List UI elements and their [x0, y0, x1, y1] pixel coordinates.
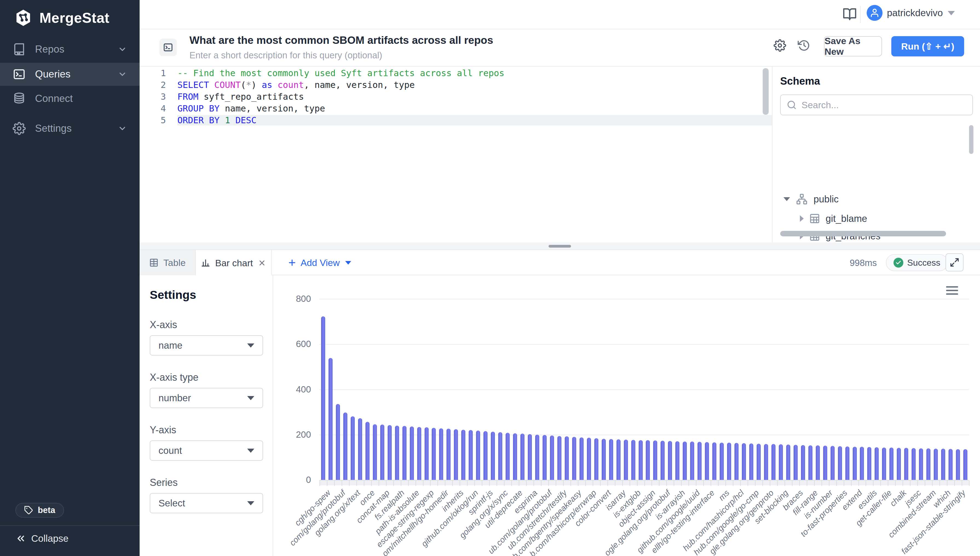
bar[interactable] [941, 449, 945, 480]
schema-search-input[interactable] [801, 100, 955, 110]
collapse-button[interactable]: Collapse [15, 533, 68, 544]
bar[interactable] [543, 435, 546, 480]
series-select[interactable]: Select [150, 493, 263, 513]
bar[interactable] [639, 440, 643, 480]
query-settings-gear-icon[interactable] [774, 39, 786, 52]
bar[interactable] [808, 445, 812, 480]
schema-search-box[interactable] [780, 94, 973, 115]
bar[interactable] [461, 430, 465, 480]
bar[interactable] [380, 425, 384, 480]
avatar[interactable] [867, 5, 883, 21]
bar[interactable] [919, 448, 923, 480]
x-axis-select[interactable]: name [150, 335, 263, 356]
bar[interactable] [853, 447, 857, 480]
bar[interactable] [343, 412, 347, 480]
bar[interactable] [410, 427, 414, 480]
editor-scrollbar-thumb[interactable] [762, 68, 769, 115]
bar[interactable] [646, 440, 650, 480]
bar[interactable] [565, 436, 569, 480]
bar[interactable] [690, 441, 694, 480]
bar[interactable] [897, 448, 901, 480]
bar[interactable] [594, 438, 598, 480]
tab-bar-chart[interactable]: Bar chart [196, 250, 272, 276]
bar[interactable] [816, 445, 820, 480]
sidebar-item-connect[interactable]: Connect [0, 87, 140, 110]
sidebar-item-repos[interactable]: Repos [0, 38, 140, 61]
save-as-new-button[interactable]: Save As New [824, 36, 882, 57]
expand-button[interactable] [946, 253, 964, 272]
bar[interactable] [506, 433, 510, 480]
bar[interactable] [904, 448, 908, 480]
bar[interactable] [388, 425, 392, 480]
y-axis-select[interactable]: count [150, 440, 263, 461]
bar[interactable] [727, 443, 731, 480]
bar[interactable] [771, 444, 775, 480]
bar[interactable] [742, 443, 746, 480]
bar[interactable] [513, 433, 517, 480]
bar[interactable] [845, 446, 849, 480]
bar[interactable] [528, 434, 532, 480]
bar[interactable] [926, 448, 930, 480]
bar[interactable] [616, 439, 621, 480]
add-view-button[interactable]: Add View [287, 250, 351, 275]
chart-menu-icon[interactable] [946, 286, 958, 297]
schema-horizontal-scrollbar[interactable] [780, 231, 946, 236]
bar[interactable] [720, 443, 724, 480]
bar[interactable] [882, 448, 886, 480]
schema-table-git_blame[interactable]: git_blame [800, 210, 867, 227]
user-menu-caret-icon[interactable] [948, 11, 955, 15]
bar[interactable] [698, 442, 701, 480]
bar[interactable] [535, 435, 539, 480]
bar[interactable] [446, 428, 451, 480]
bar[interactable] [875, 447, 879, 480]
bar[interactable] [890, 448, 893, 480]
bar[interactable] [631, 440, 635, 480]
schema-node-public[interactable]: public [783, 190, 838, 208]
split-drag-handle[interactable] [549, 245, 571, 247]
bar[interactable] [321, 316, 325, 480]
x-axis-type-select[interactable]: number [150, 388, 263, 408]
query-title[interactable]: What are the most common SBOM artifacts … [189, 34, 493, 46]
bar[interactable] [580, 437, 583, 480]
schema-vertical-scrollbar[interactable] [969, 125, 974, 154]
bar[interactable] [683, 441, 687, 480]
sidebar-item-queries[interactable]: Queries [0, 63, 140, 86]
bar[interactable] [956, 449, 960, 480]
username[interactable]: patrickdevivo [887, 7, 943, 18]
docs-book-icon[interactable] [843, 7, 857, 21]
bar[interactable] [668, 441, 672, 480]
bar[interactable] [860, 447, 864, 480]
bar[interactable] [757, 444, 761, 480]
bar[interactable] [351, 416, 355, 480]
bar[interactable] [735, 443, 738, 480]
bar-chart-panel[interactable]: 0200400600800cgh/go-spewcom/golang/proto… [273, 275, 980, 556]
close-icon[interactable] [258, 259, 266, 267]
bar[interactable] [469, 430, 473, 480]
bar[interactable] [934, 449, 938, 480]
bar[interactable] [358, 418, 362, 480]
bar[interactable] [749, 443, 753, 480]
bar[interactable] [417, 427, 421, 480]
bar[interactable] [484, 431, 488, 480]
bar[interactable] [712, 442, 716, 480]
bar[interactable] [587, 438, 591, 480]
bar[interactable] [794, 445, 798, 480]
bar[interactable] [830, 446, 835, 480]
bar[interactable] [402, 426, 406, 480]
sidebar-item-settings[interactable]: Settings [0, 117, 140, 140]
bar[interactable] [764, 444, 768, 480]
bar[interactable] [912, 448, 916, 480]
bar[interactable] [779, 444, 783, 480]
bar[interactable] [336, 404, 340, 480]
bar[interactable] [705, 442, 709, 480]
bar[interactable] [949, 449, 953, 480]
bar[interactable] [624, 440, 628, 480]
bar[interactable] [823, 446, 827, 480]
bar[interactable] [867, 447, 871, 480]
bar[interactable] [373, 424, 377, 480]
bar[interactable] [550, 435, 554, 480]
bar[interactable] [963, 449, 967, 480]
bar[interactable] [366, 422, 369, 480]
sql-editor[interactable]: 1-- Find the most commonly used Syft art… [140, 66, 772, 242]
query-description-input[interactable] [189, 50, 573, 61]
